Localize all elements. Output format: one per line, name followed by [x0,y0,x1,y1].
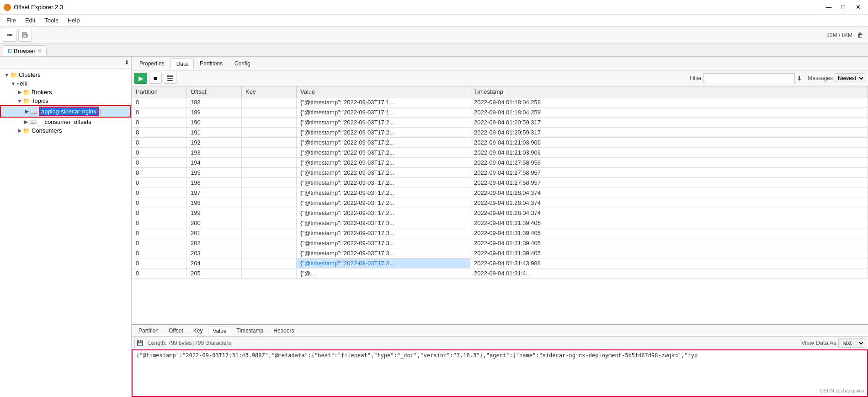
consumers-label: Consumers [32,127,62,134]
expand-topic-icon: ▶ [24,108,30,114]
detail-content: {"@timestamp":"2022-09-03T17:31:43.988Z"… [132,349,868,397]
browser-tab[interactable]: ⊞ Browser ✕ [3,45,47,56]
table-row[interactable]: 0197{"@timestamp":"2022-09-03T17:2...202… [132,188,868,198]
detail-tab-key[interactable]: Key [188,326,208,335]
filter-arrow-icon[interactable]: ⬇ [797,75,802,82]
play-button[interactable]: ▶ [134,73,147,84]
clusters-label: Clusters [19,71,41,78]
table-row[interactable]: 0191{"@timestamp":"2022-09-03T17:2...202… [132,128,868,138]
detail-tab-offset[interactable]: Offset [164,326,188,335]
main-toolbar: 33M / 84M 🗑 [0,27,868,44]
table-row[interactable]: 0190{"@timestamp":"2022-09-03T17:2...202… [132,118,868,128]
app-title: Offset Explorer 2.3 [14,4,63,11]
sidebar: ⬇ ▼ 📁 Clusters ▼ ● elk ▶ 📁 Brokers [0,57,132,397]
tree: ▼ 📁 Clusters ▼ ● elk ▶ 📁 Brokers ▼ 📁 Top… [0,69,131,137]
menu-help[interactable]: Help [63,16,85,25]
elk-label: elk [20,80,27,87]
expand-consumer-offsets-icon: ▶ [23,119,29,125]
tree-item-consumer-offsets[interactable]: ▶ 📖 __consumer_offsets [0,118,131,126]
tree-item-elk[interactable]: ▼ ● elk [0,79,131,88]
browser-tab-label: Browser [14,48,36,54]
filter-input[interactable] [703,73,795,83]
title-bar-left: Offset Explorer 2.3 [4,4,63,11]
view-data-as: View Data As Text JSON XML [801,338,865,348]
tree-item-consumers[interactable]: ▶ 📁 Consumers [0,126,131,135]
menu-edit[interactable]: Edit [21,16,40,25]
table-row[interactable]: 0193{"@timestamp":"2022-09-03T17:2...202… [132,148,868,158]
svg-rect-8 [167,75,173,77]
data-table-wrapper: Partition Offset Key Value Timestamp 018… [132,86,868,324]
table-row[interactable]: 0188{"@timestamp":"2022-09-03T17:1...202… [132,97,868,107]
table-row[interactable]: 0202{"@timestamp":"2022-09-03T17:3...202… [132,238,868,248]
data-toolbar: ▶ ■ Filter ⬇ Messages Newest Oldest [132,70,868,86]
detail-tab-value[interactable]: Value [208,327,232,335]
toolbar-left [3,29,32,42]
panel-tabs: Properties Data Partitions Config [132,57,868,70]
tab-config[interactable]: Config [229,58,256,69]
expand-clusters-icon: ▼ [4,72,10,78]
table-row[interactable]: 0201{"@timestamp":"2022-09-03T17:3...202… [132,228,868,238]
messages-select[interactable]: Newest Oldest [835,73,865,83]
table-row[interactable]: 0192{"@timestamp":"2022-09-03T17:2...202… [132,138,868,148]
maximize-button[interactable]: □ [837,3,850,12]
view-data-select[interactable]: Text JSON XML [838,338,865,348]
topics-folder-icon: 📁 [23,97,30,104]
table-row[interactable]: 0189{"@timestamp":"2022-09-03T17:1...202… [132,107,868,118]
col-timestamp: Timestamp [470,86,868,97]
view-data-as-label: View Data As [801,339,836,346]
table-row[interactable]: 0196{"@timestamp":"2022-09-03T17:2...202… [132,178,868,188]
toolbar-right: 33M / 84M 🗑 [826,30,865,40]
table-row[interactable]: 0203{"@timestamp":"2022-09-03T17:3...202… [132,248,868,258]
tab-properties[interactable]: Properties [133,58,170,69]
menu-tools[interactable]: Tools [40,16,63,25]
table-row[interactable]: 0200{"@timestamp":"2022-09-03T17:3...202… [132,218,868,228]
expand-brokers-icon: ▶ [16,89,23,95]
table-row[interactable]: 0205{"@... 2022-09-04 01:31:4... [132,268,868,279]
right-panel: Properties Data Partitions Config ▶ ■ Fi… [132,57,868,397]
table-row[interactable]: 0198{"@timestamp":"2022-09-03T17:2...202… [132,198,868,208]
detail-save-icon[interactable]: 💾 [134,338,145,348]
filter-label: Filter [690,75,702,81]
table-row[interactable]: 0194{"@timestamp":"2022-09-03T17:2...202… [132,158,868,168]
connect-icon [6,32,13,39]
brokers-folder-icon: 📁 [23,89,30,96]
table-row[interactable]: 0204{"@timestamp":"2022-09-03T17:3...202… [132,258,868,268]
tree-item-brokers[interactable]: ▶ 📁 Brokers [0,88,131,97]
svg-point-2 [7,34,9,36]
selected-topic-label: applog-sidecar-nginx [39,107,99,116]
tree-item-selected-topic[interactable]: ▶ 📖 applog-sidecar-nginx | [0,105,131,118]
messages-label: Messages [808,75,833,81]
clear-memory-button[interactable]: 🗑 [855,30,865,40]
browser-tab-close[interactable]: ✕ [37,48,42,54]
layout-button[interactable] [164,73,176,84]
detail-tab-timestamp[interactable]: Timestamp [231,326,268,335]
sidebar-dropdown-button[interactable]: ⬇ [124,59,129,66]
browser-tab-icon: ⊞ [8,48,12,54]
tree-item-clusters[interactable]: ▼ 📁 Clusters [0,70,131,79]
col-key: Key [242,86,297,97]
brokers-label: Brokers [32,89,52,96]
sidebar-header: ⬇ [0,57,131,69]
detail-tabs: Partition Offset Key Value Timestamp Hea… [132,325,868,337]
title-bar: Offset Explorer 2.3 — □ ✕ [0,0,868,15]
tab-data[interactable]: Data [170,59,194,69]
table-row[interactable]: 0199{"@timestamp":"2022-09-03T17:2...202… [132,208,868,218]
consumers-folder-icon: 📁 [23,127,30,134]
table-row[interactable]: 0195{"@timestamp":"2022-09-03T17:2...202… [132,168,868,178]
minimize-button[interactable]: — [822,3,835,12]
toolbar-edit-button[interactable] [18,29,32,42]
main-layout: ⬇ ▼ 📁 Clusters ▼ ● elk ▶ 📁 Brokers [0,57,868,397]
toolbar-connect-button[interactable] [3,29,16,42]
detail-tab-headers[interactable]: Headers [268,326,299,335]
topic-icon: 📖 [30,108,37,115]
detail-toolbar: 💾 Length: 799 bytes [799 characters] Vie… [132,337,868,349]
detail-tab-partition[interactable]: Partition [133,326,164,335]
tree-item-topics[interactable]: ▼ 📁 Topics [0,97,131,105]
tab-bar: ⊞ Browser ✕ [0,44,868,57]
close-button[interactable]: ✕ [852,3,864,12]
tab-partitions[interactable]: Partitions [194,58,229,69]
menu-file[interactable]: File [2,16,21,25]
elk-status-icon: ● [16,81,19,86]
edit-indicator-icon: | [100,109,101,114]
stop-button[interactable]: ■ [149,73,162,84]
